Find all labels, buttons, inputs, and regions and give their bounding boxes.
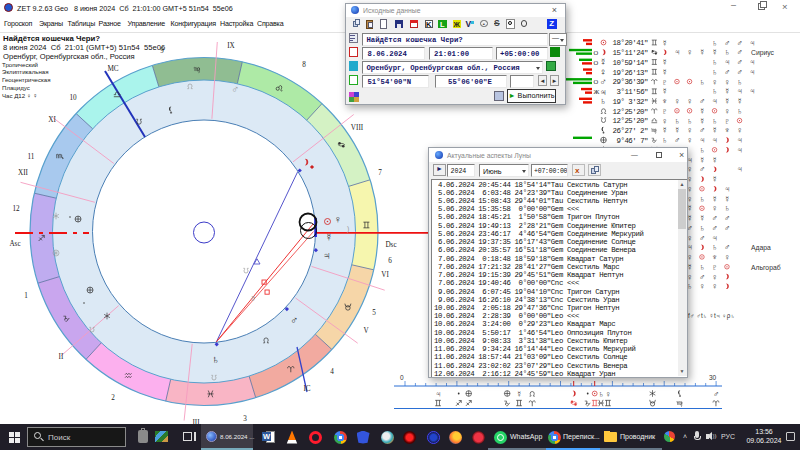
svg-text:☿: ☿	[516, 389, 522, 399]
svg-text:♄: ♄	[662, 135, 668, 145]
svg-text:8: 8	[302, 61, 306, 69]
svg-text:): )	[347, 225, 349, 233]
svg-text:♄: ♄	[699, 223, 705, 233]
svg-text:♂: ♂	[724, 67, 730, 77]
svg-text:♀: ♀	[712, 77, 718, 87]
svg-text:♂: ♂	[712, 223, 718, 233]
svg-text:☿: ☿	[712, 125, 718, 135]
svg-text:♃: ♃	[737, 164, 743, 174]
svg-text:☿: ☿	[662, 67, 668, 77]
svg-text:♆: ♆	[724, 125, 730, 135]
svg-text:☿: ☿	[712, 47, 718, 57]
svg-text:О: О	[594, 49, 599, 56]
svg-text:♀: ♀	[605, 389, 611, 399]
svg-text:V: V	[363, 327, 369, 335]
svg-text:12°25'20": 12°25'20"	[613, 117, 648, 125]
svg-text:f♂ ♂t♄ ☿t♃ ♀ρ♄: f♂ ♂t♄ ☿t♃ ♀ρ♄	[688, 312, 735, 320]
svg-text:♄: ♄	[212, 353, 220, 365]
svg-text:♄: ♄	[712, 86, 718, 96]
svg-text:26°27' 2": 26°27' 2"	[613, 127, 648, 135]
svg-text:♂: ♂	[699, 164, 705, 174]
svg-text:♃: ♃	[699, 135, 705, 145]
svg-text:♄: ♄	[737, 106, 743, 116]
svg-text:♀: ♀	[712, 272, 718, 282]
svg-text:♄: ♄	[712, 242, 718, 252]
svg-text:1: 1	[24, 292, 28, 300]
svg-text:2: 2	[111, 394, 115, 402]
svg-text:♂: ♂	[712, 213, 718, 223]
svg-text:♃: ♃	[724, 184, 730, 194]
svg-text:♃: ♃	[323, 249, 331, 261]
svg-text:☿: ☿	[662, 38, 668, 48]
svg-text:♀: ♀	[662, 116, 668, 126]
svg-text:Asc: Asc	[9, 240, 20, 248]
svg-text:♄: ♄	[600, 95, 607, 106]
svg-text:15°11'24": 15°11'24"	[613, 49, 648, 57]
svg-text:VI: VI	[381, 271, 389, 279]
svg-text:♄: ♄	[724, 47, 730, 57]
svg-text:☿: ☿	[712, 155, 718, 165]
svg-text:♃: ♃	[724, 57, 730, 67]
svg-text:☿: ☿	[674, 125, 680, 135]
svg-text:♀: ♀	[687, 125, 693, 135]
svg-text:6: 6	[388, 257, 392, 265]
svg-text:♂: ♂	[737, 67, 743, 77]
svg-text:♂: ♂	[737, 57, 743, 67]
svg-text:♀: ♀	[334, 213, 342, 225]
svg-text:0: 0	[400, 374, 404, 381]
svg-text:12°25'20": 12°25'20"	[613, 108, 648, 116]
svg-text:♂: ♂	[713, 389, 719, 399]
svg-text:11: 11	[28, 153, 35, 161]
svg-text:XI: XI	[48, 116, 56, 124]
svg-text:♂: ♂	[737, 47, 743, 57]
svg-text:29°36'39": 29°36'39"	[613, 78, 648, 86]
svg-text:♃: ♃	[737, 135, 743, 145]
svg-text:10: 10	[69, 94, 77, 102]
svg-text:♆: ♆	[662, 96, 668, 106]
svg-text:♂: ♂	[290, 314, 298, 326]
svg-text:☿: ☿	[699, 116, 705, 126]
svg-text:VIII: VIII	[351, 124, 364, 132]
svg-text:♂: ♂	[699, 233, 705, 243]
svg-text:☿: ☿	[662, 125, 668, 135]
svg-text:4: 4	[330, 368, 334, 376]
svg-text:♃: ♃	[749, 38, 755, 48]
svg-text:♀: ♀	[687, 135, 693, 145]
svg-text:☿: ☿	[325, 231, 333, 243]
svg-text:♄: ♄	[687, 116, 693, 126]
svg-text:☿: ☿	[699, 155, 705, 165]
svg-text:☿: ☿	[712, 194, 718, 204]
svg-text:♀: ♀	[712, 281, 718, 291]
svg-text:♀: ♀	[724, 77, 730, 87]
svg-text:XII: XII	[18, 169, 29, 177]
svg-text:☿: ☿	[724, 86, 730, 96]
svg-text:♄: ♄	[712, 116, 718, 126]
svg-text:II: II	[59, 353, 64, 361]
svg-text:♃: ♃	[749, 67, 755, 77]
svg-text:♂: ♂	[724, 38, 730, 48]
svg-text:☿: ☿	[724, 194, 730, 204]
svg-text:☿: ☿	[662, 86, 668, 96]
svg-text:9°46' 7": 9°46' 7"	[617, 137, 649, 145]
svg-text:♃: ♃	[749, 86, 755, 96]
svg-text:♇: ♇	[662, 77, 668, 87]
svg-text:7: 7	[378, 169, 382, 177]
svg-text:IC: IC	[303, 385, 310, 393]
svg-text:♀: ♀	[712, 203, 718, 213]
svg-text:♃: ♃	[435, 389, 441, 399]
svg-text:♀: ♀	[687, 47, 693, 57]
svg-text:♂: ♂	[724, 213, 730, 223]
svg-text:♄: ♄	[674, 116, 680, 126]
svg-text:☿: ☿	[662, 57, 668, 67]
svg-text:3: 3	[243, 415, 247, 423]
svg-text:Сириус: Сириус	[751, 49, 775, 57]
svg-text:5: 5	[372, 309, 376, 317]
svg-text:♄: ♄	[712, 57, 718, 67]
svg-text:♂: ♂	[699, 96, 705, 106]
svg-text:♃: ♃	[749, 57, 755, 67]
svg-text:♀: ♀	[687, 96, 693, 106]
svg-text:♄: ♄	[712, 67, 718, 77]
svg-text:♄: ♄	[724, 203, 730, 213]
svg-text:♂: ♂	[724, 223, 730, 233]
svg-text:О: О	[594, 59, 599, 66]
